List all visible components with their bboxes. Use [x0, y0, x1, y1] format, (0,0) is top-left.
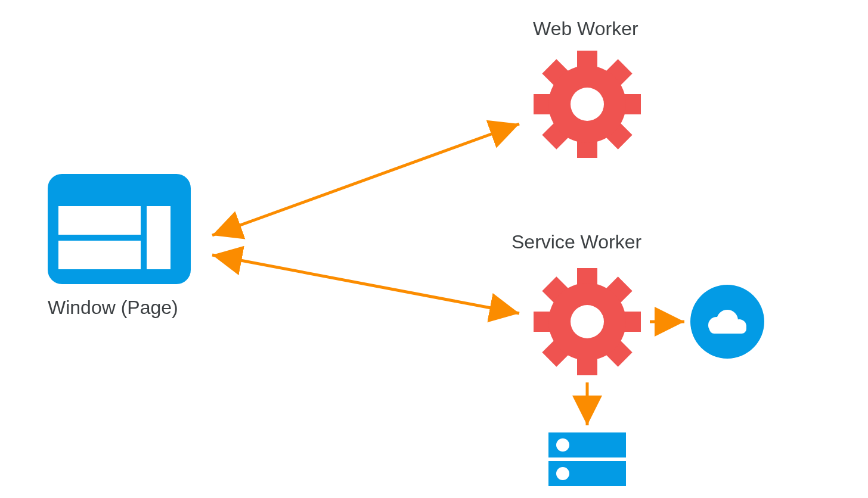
- svg-rect-3: [147, 206, 170, 269]
- svg-rect-1: [58, 206, 141, 235]
- service-worker-gear-icon: [534, 268, 641, 375]
- arrow-window-webworker: [212, 124, 519, 235]
- svg-point-30: [556, 438, 569, 452]
- arrow-window-serviceworker: [212, 255, 519, 313]
- svg-rect-2: [58, 241, 141, 269]
- svg-point-32: [556, 467, 569, 480]
- web-worker-gear-icon: [534, 51, 641, 158]
- database-icon: [548, 432, 626, 486]
- svg-point-13: [571, 88, 604, 121]
- svg-point-23: [571, 305, 604, 338]
- svg-rect-28: [709, 324, 746, 334]
- window-page-icon: [48, 174, 191, 284]
- cloud-icon: [690, 285, 764, 359]
- diagram-canvas: [0, 0, 868, 498]
